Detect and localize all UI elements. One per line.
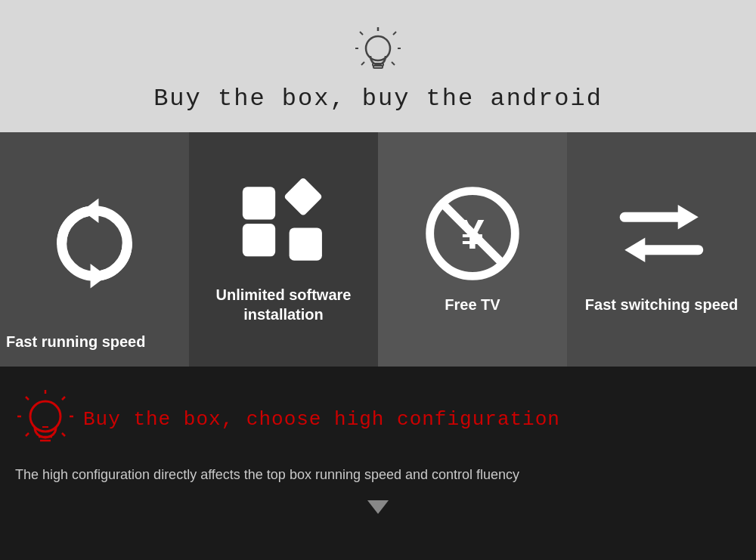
arrow-down-icon: [367, 500, 389, 514]
svg-rect-14: [243, 224, 275, 256]
svg-line-28: [62, 433, 65, 436]
svg-line-4: [360, 32, 363, 35]
features-section: Fast running speed Unlimited software in…: [0, 132, 756, 367]
svg-marker-13: [82, 198, 99, 223]
svg-rect-11: [373, 66, 383, 68]
top-section: Buy the box, buy the android: [0, 0, 756, 132]
bottom-section: Buy the box, choose high configuration T…: [0, 367, 756, 560]
top-tagline: Buy the box, buy the android: [153, 85, 603, 113]
bottom-tagline: Buy the box, choose high configuration: [83, 408, 560, 431]
svg-rect-17: [290, 227, 322, 260]
no-yen-icon: ¥: [423, 184, 522, 283]
svg-marker-22: [624, 237, 645, 262]
feature-fast-running-label: Fast running speed: [0, 332, 189, 351]
bulb-icon-top: [355, 27, 401, 79]
feature-fast-switching: Fast switching speed: [567, 132, 756, 367]
svg-rect-16: [284, 177, 323, 216]
bottom-tagline-row: Buy the box, choose high configuration: [15, 389, 560, 450]
switch-icon: [612, 184, 711, 283]
svg-line-25: [26, 397, 29, 400]
svg-line-8: [361, 62, 364, 65]
feature-free-tv-label: Free TV: [445, 295, 500, 314]
feature-fast-running: Fast running speed: [0, 132, 189, 367]
svg-line-3: [393, 32, 396, 35]
svg-line-7: [392, 62, 395, 65]
feature-unlimited-software: Unlimited software installation: [189, 132, 378, 367]
feature-unlimited-software-label: Unlimited software installation: [197, 285, 370, 324]
svg-marker-21: [678, 205, 699, 230]
bulb-icon-bottom: [15, 389, 76, 450]
svg-line-24: [62, 397, 65, 400]
sync-icon: [45, 194, 144, 292]
svg-line-29: [26, 433, 29, 436]
svg-rect-15: [243, 187, 275, 219]
bottom-arrow: [15, 500, 741, 514]
feature-free-tv: ¥ Free TV: [378, 132, 567, 367]
apps-icon: [234, 175, 333, 273]
bottom-description: The high configuration directly affects …: [15, 465, 741, 485]
feature-fast-switching-label: Fast switching speed: [585, 295, 738, 314]
